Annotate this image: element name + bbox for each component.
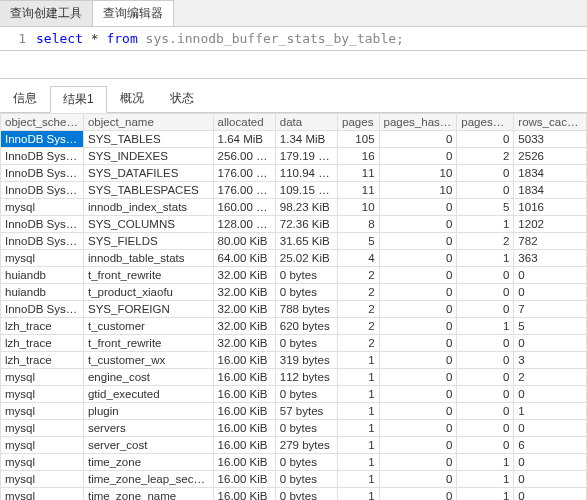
cell-schema[interactable]: lzh_trace [1,318,84,335]
cell-schema[interactable]: InnoDB System [1,182,84,199]
cell-pages[interactable]: 2 [338,284,379,301]
cell-pages[interactable]: 1 [338,471,379,488]
cell-name[interactable]: server_cost [83,437,213,454]
tab-info[interactable]: 信息 [0,85,50,112]
cell-cached[interactable]: 363 [514,250,587,267]
cell-hashed[interactable]: 10 [379,165,457,182]
table-row[interactable]: mysqlinnodb_table_stats64.00 KiB25.02 Ki… [1,250,587,267]
table-row[interactable]: huiandbt_front_rewrite32.00 KiB0 bytes20… [1,267,587,284]
cell-pages[interactable]: 4 [338,250,379,267]
result-grid[interactable]: object_schema object_name allocated data… [0,113,587,500]
cell-hashed[interactable]: 0 [379,454,457,471]
cell-data[interactable]: 0 bytes [275,284,337,301]
cell-pages[interactable]: 8 [338,216,379,233]
cell-cached[interactable]: 7 [514,301,587,318]
cell-schema[interactable]: mysql [1,386,84,403]
cell-cached[interactable]: 0 [514,284,587,301]
cell-alloc[interactable]: 32.00 KiB [213,301,275,318]
cell-alloc[interactable]: 160.00 KiB [213,199,275,216]
cell-alloc[interactable]: 176.00 KiB [213,165,275,182]
cell-name[interactable]: SYS_FOREIGN [83,301,213,318]
cell-schema[interactable]: huiandb [1,267,84,284]
cell-old[interactable]: 5 [457,199,514,216]
cell-alloc[interactable]: 16.00 KiB [213,420,275,437]
cell-schema[interactable]: lzh_trace [1,352,84,369]
cell-old[interactable]: 0 [457,284,514,301]
cell-pages[interactable]: 1 [338,454,379,471]
cell-old[interactable]: 0 [457,182,514,199]
cell-schema[interactable]: InnoDB System [1,216,84,233]
cell-schema[interactable]: mysql [1,488,84,501]
table-row[interactable]: huiandbt_product_xiaofu32.00 KiB0 bytes2… [1,284,587,301]
cell-alloc[interactable]: 16.00 KiB [213,488,275,501]
col-pages-old[interactable]: pages_old [457,114,514,131]
cell-schema[interactable]: InnoDB System [1,233,84,250]
tab-summary[interactable]: 概况 [107,85,157,112]
cell-hashed[interactable]: 0 [379,199,457,216]
cell-alloc[interactable]: 16.00 KiB [213,386,275,403]
cell-cached[interactable]: 0 [514,335,587,352]
table-row[interactable]: lzh_tracet_customer_wx16.00 KiB319 bytes… [1,352,587,369]
cell-cached[interactable]: 5 [514,318,587,335]
cell-schema[interactable]: mysql [1,437,84,454]
cell-data[interactable]: 112 bytes [275,369,337,386]
table-row[interactable]: InnoDB SystemSYS_FIELDS80.00 KiB31.65 Ki… [1,233,587,250]
cell-cached[interactable]: 5033 [514,131,587,148]
cell-cached[interactable]: 782 [514,233,587,250]
col-rows-cached[interactable]: rows_cached [514,114,587,131]
col-allocated[interactable]: allocated [213,114,275,131]
cell-old[interactable]: 1 [457,488,514,501]
cell-hashed[interactable]: 0 [379,131,457,148]
cell-old[interactable]: 0 [457,369,514,386]
cell-old[interactable]: 0 [457,165,514,182]
cell-alloc[interactable]: 16.00 KiB [213,471,275,488]
cell-cached[interactable]: 1 [514,403,587,420]
cell-name[interactable]: time_zone_name [83,488,213,501]
cell-cached[interactable]: 0 [514,488,587,501]
cell-old[interactable]: 1 [457,471,514,488]
cell-alloc[interactable]: 16.00 KiB [213,369,275,386]
cell-hashed[interactable]: 0 [379,216,457,233]
cell-old[interactable]: 2 [457,148,514,165]
cell-hashed[interactable]: 0 [379,301,457,318]
cell-schema[interactable]: mysql [1,471,84,488]
cell-data[interactable]: 57 bytes [275,403,337,420]
cell-data[interactable]: 279 bytes [275,437,337,454]
cell-data[interactable]: 110.94 KiB [275,165,337,182]
cell-old[interactable]: 0 [457,267,514,284]
cell-pages[interactable]: 10 [338,199,379,216]
cell-pages[interactable]: 2 [338,301,379,318]
cell-pages[interactable]: 2 [338,335,379,352]
cell-cached[interactable]: 0 [514,267,587,284]
tab-status[interactable]: 状态 [157,85,207,112]
cell-pages[interactable]: 1 [338,369,379,386]
cell-hashed[interactable]: 0 [379,267,457,284]
cell-alloc[interactable]: 16.00 KiB [213,403,275,420]
cell-alloc[interactable]: 128.00 KiB [213,216,275,233]
cell-pages[interactable]: 1 [338,488,379,501]
cell-cached[interactable]: 2526 [514,148,587,165]
cell-name[interactable]: servers [83,420,213,437]
table-row[interactable]: mysqlserver_cost16.00 KiB279 bytes1006 [1,437,587,454]
cell-pages[interactable]: 2 [338,267,379,284]
cell-cached[interactable]: 0 [514,471,587,488]
cell-old[interactable]: 0 [457,437,514,454]
cell-schema[interactable]: InnoDB System [1,148,84,165]
table-row[interactable]: InnoDB SystemSYS_TABLESPACES176.00 KiB10… [1,182,587,199]
cell-cached[interactable]: 6 [514,437,587,454]
cell-hashed[interactable]: 0 [379,403,457,420]
cell-alloc[interactable]: 16.00 KiB [213,454,275,471]
cell-name[interactable]: t_customer [83,318,213,335]
cell-old[interactable]: 1 [457,216,514,233]
cell-old[interactable]: 0 [457,420,514,437]
table-row[interactable]: lzh_tracet_customer32.00 KiB620 bytes201… [1,318,587,335]
cell-name[interactable]: plugin [83,403,213,420]
cell-pages[interactable]: 105 [338,131,379,148]
table-row[interactable]: InnoDB SystemSYS_DATAFILES176.00 KiB110.… [1,165,587,182]
cell-alloc[interactable]: 80.00 KiB [213,233,275,250]
col-object-schema[interactable]: object_schema [1,114,84,131]
cell-schema[interactable]: lzh_trace [1,335,84,352]
cell-data[interactable]: 72.36 KiB [275,216,337,233]
cell-schema[interactable]: mysql [1,403,84,420]
cell-data[interactable]: 788 bytes [275,301,337,318]
